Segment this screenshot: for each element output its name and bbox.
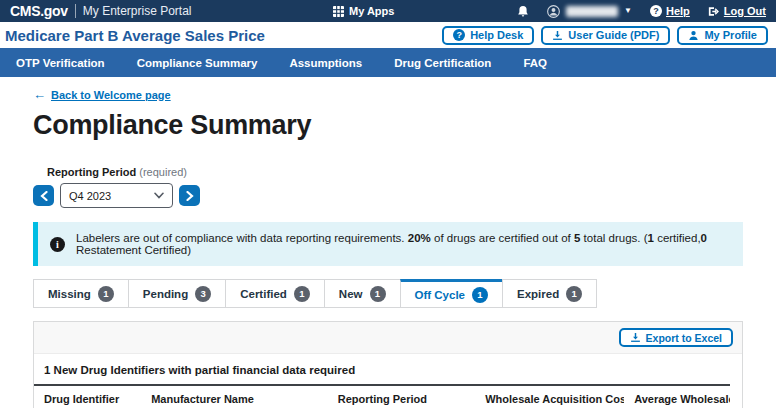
user-avatar-icon (547, 5, 560, 18)
count-badge: 1 (566, 286, 582, 302)
info-icon: i (50, 237, 65, 252)
arrow-left-icon: ← (33, 88, 46, 101)
logout-link[interactable]: Log Out (708, 5, 766, 17)
count-badge: 1 (370, 286, 386, 302)
question-circle-icon: ? (453, 29, 465, 41)
back-to-welcome-link[interactable]: Back to Welcome page (51, 89, 171, 101)
question-circle-icon: ? (650, 5, 662, 17)
bell-icon[interactable] (517, 5, 529, 18)
drug-table: Drug Identifier Manufacturer Name Report… (34, 384, 730, 408)
my-apps-button[interactable]: My Apps (333, 0, 394, 22)
caret-down-icon: ▼ (624, 7, 632, 15)
person-icon (688, 30, 699, 41)
tab-certified[interactable]: Certified1 (225, 279, 325, 308)
tab-expired[interactable]: Expired1 (502, 279, 597, 308)
chevron-down-icon (154, 192, 164, 199)
nav-otp-verification[interactable]: OTP Verification (16, 57, 105, 69)
nav-assumptions[interactable]: Assumptions (289, 57, 362, 69)
count-badge: 1 (294, 286, 310, 302)
reporting-period-label: Reporting Period (required) (47, 166, 743, 178)
app-title: Medicare Part B Average Sales Price (5, 27, 265, 44)
status-tabs: Missing1 Pending3 Certified1 New1 Off Cy… (33, 279, 743, 308)
chevron-right-icon (186, 191, 194, 201)
user-menu[interactable]: ▼ (547, 5, 632, 18)
app-header: Medicare Part B Average Sales Price ? He… (0, 22, 776, 48)
tab-off-cycle[interactable]: Off Cycle1 (400, 279, 504, 308)
primary-nav: OTP Verification Compliance Summary Assu… (0, 48, 776, 77)
download-icon (552, 30, 563, 41)
export-to-excel-button[interactable]: Export to Excel (619, 328, 733, 347)
user-name-redacted (566, 6, 618, 17)
nav-faq[interactable]: FAQ (523, 57, 547, 69)
next-period-button[interactable] (179, 185, 200, 206)
count-badge: 3 (195, 286, 211, 302)
grid-icon (333, 6, 344, 17)
panel-toolbar: Export to Excel (34, 322, 742, 354)
count-badge: 1 (472, 287, 488, 303)
table-caption: 1 New Drug Identifiers with partial fina… (34, 354, 742, 384)
help-link[interactable]: ? Help (650, 5, 690, 17)
my-profile-button[interactable]: My Profile (677, 26, 768, 45)
info-banner: i Labelers are out of compliance with da… (33, 222, 743, 266)
help-desk-button[interactable]: ? Help Desk (442, 26, 534, 45)
col-manufacturer-name: Manufacturer Name (141, 385, 328, 408)
results-panel: Export to Excel 1 New Drug Identifiers w… (33, 321, 743, 408)
col-average-wholesale-price: Average Wholesale Price (624, 385, 730, 408)
portal-name: My Enterprise Portal (83, 4, 192, 18)
tab-missing[interactable]: Missing1 (33, 279, 129, 308)
col-wholesale-acquisition-cost: Wholesale Acquisition Cost (475, 385, 624, 408)
user-guide-button[interactable]: User Guide (PDF) (541, 26, 670, 45)
chevron-left-icon (40, 191, 48, 201)
top-bar: CMS.gov My Enterprise Portal My Apps ▼ (0, 0, 776, 22)
logout-icon (708, 6, 720, 17)
previous-period-button[interactable] (33, 185, 54, 206)
page-title: Compliance Summary (33, 110, 743, 141)
tab-new[interactable]: New1 (324, 279, 401, 308)
col-reporting-period: Reporting Period (328, 385, 476, 408)
cms-logo[interactable]: CMS.gov (10, 3, 68, 19)
main-content: ← Back to Welcome page Compliance Summar… (0, 88, 776, 408)
count-badge: 1 (98, 286, 114, 302)
my-apps-label: My Apps (349, 5, 394, 17)
col-drug-identifier: Drug Identifier (34, 385, 141, 408)
nav-compliance-summary[interactable]: Compliance Summary (137, 57, 258, 69)
download-icon (630, 332, 641, 343)
required-hint: (required) (139, 166, 187, 178)
tab-pending[interactable]: Pending3 (128, 279, 226, 308)
info-banner-text: Labelers are out of compliance with data… (76, 232, 731, 256)
table-wrapper: Drug Identifier Manufacturer Name Report… (34, 384, 742, 408)
reporting-period-select[interactable]: Q4 2023 (60, 183, 173, 208)
brand-divider (75, 4, 76, 18)
nav-drug-certification[interactable]: Drug Certification (394, 57, 491, 69)
